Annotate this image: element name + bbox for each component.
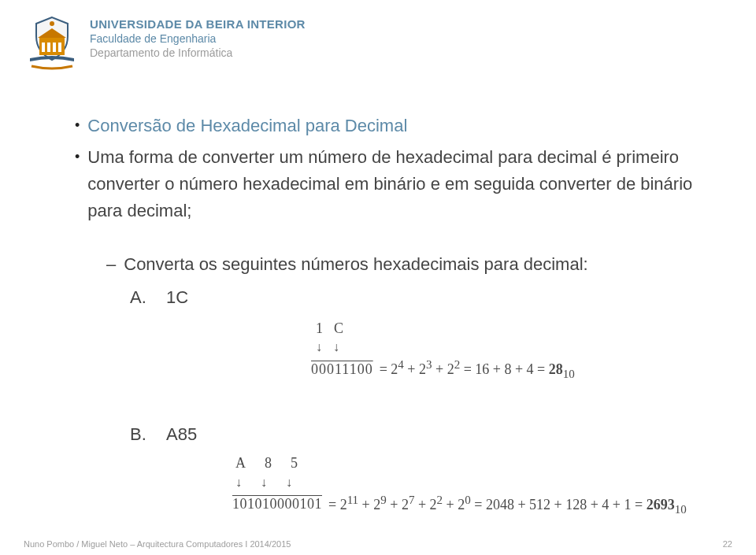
svg-rect-2 xyxy=(47,43,50,52)
footer-authors: Nuno Pombo / Miguel Neto – Arquitectura … xyxy=(24,539,291,549)
math-b-binary: 101010000101 xyxy=(232,494,322,516)
dash-icon: – xyxy=(106,251,116,278)
item-b-row: B. A85 xyxy=(106,421,701,448)
math-a-arrows: ↓ ↓ xyxy=(311,338,701,357)
svg-rect-3 xyxy=(53,43,56,52)
slide-header: UNIVERSIDADE DA BEIRA INTERIOR Faculdade… xyxy=(24,16,732,77)
math-b-calc: = 211 + 29 + 27 + 22 + 20 = 2048 + 512 +… xyxy=(328,491,687,519)
down-arrow-icon: ↓ xyxy=(316,338,322,357)
math-block-a: 1C ↓ ↓ 00011100 = 24 + 23 + 22 = 16 + 8 … xyxy=(106,318,701,384)
math-b-digits: A85 xyxy=(232,453,701,475)
bullet-icon: • xyxy=(75,113,80,139)
exercise-prompt-row: – Converta os seguintes números hexadeci… xyxy=(106,251,701,278)
item-a-label: A. xyxy=(130,284,152,311)
slide-footer: Nuno Pombo / Miguel Neto – Arquitectura … xyxy=(24,539,732,549)
item-a-row: A. 1C xyxy=(106,284,701,311)
down-arrow-icon: ↓ xyxy=(286,473,292,493)
down-arrow-icon: ↓ xyxy=(333,338,339,357)
svg-point-5 xyxy=(50,21,54,26)
title-bullet: • Conversão de Hexadecimal para Decimal xyxy=(75,113,701,139)
faculty-name: Faculdade de Engenharia xyxy=(90,32,306,45)
department-name: Departamento de Informática xyxy=(90,46,306,59)
svg-rect-1 xyxy=(42,43,45,52)
math-b-equation: 101010000101 = 211 + 29 + 27 + 22 + 20 =… xyxy=(232,491,701,519)
down-arrow-icon: ↓ xyxy=(235,473,242,493)
exercise-prompt: Converta os seguintes números hexadecima… xyxy=(124,251,587,278)
section-title: Conversão de Hexadecimal para Decimal xyxy=(87,113,407,139)
slide-content: • Conversão de Hexadecimal para Decimal … xyxy=(24,113,732,519)
item-b-label: B. xyxy=(130,421,152,448)
page-number: 22 xyxy=(723,539,732,549)
svg-rect-4 xyxy=(58,43,61,52)
paragraph-text: Uma forma de converter um número de hexa… xyxy=(87,144,701,224)
math-a-equation: 00011100 = 24 + 23 + 22 = 16 + 8 + 4 = 2… xyxy=(311,356,701,383)
exercise-block: – Converta os seguintes números hexadeci… xyxy=(75,229,701,518)
item-a-value: 1C xyxy=(166,284,188,311)
math-a-binary: 00011100 xyxy=(311,359,373,381)
university-logo-icon xyxy=(24,16,80,77)
bullet-icon: • xyxy=(75,144,80,224)
university-name: UNIVERSIDADE DA BEIRA INTERIOR xyxy=(90,17,306,31)
item-b-value: A85 xyxy=(166,421,197,448)
paragraph-bullet: • Uma forma de converter um número de he… xyxy=(75,144,701,224)
math-a-digits: 1C xyxy=(311,318,701,340)
math-b-arrows: ↓ ↓ ↓ xyxy=(232,473,701,493)
down-arrow-icon: ↓ xyxy=(261,473,267,493)
math-block-b: A85 ↓ ↓ ↓ 101010000101 = 211 + 29 + 27 +… xyxy=(106,453,701,519)
math-a-calc: = 24 + 23 + 22 = 16 + 8 + 4 = 2810 xyxy=(380,356,575,383)
header-text-block: UNIVERSIDADE DA BEIRA INTERIOR Faculdade… xyxy=(90,16,306,59)
